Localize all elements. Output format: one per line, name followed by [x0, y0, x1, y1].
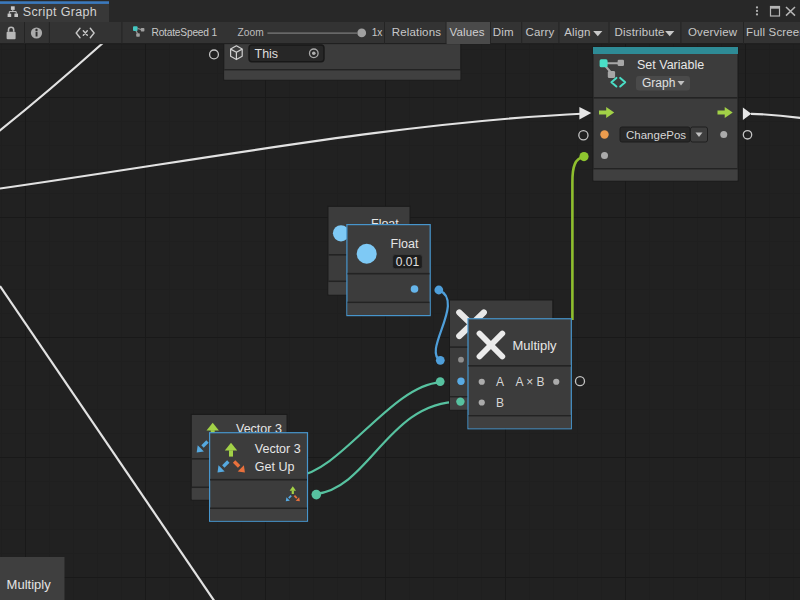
svg-text:RotateSpeed 1: RotateSpeed 1 — [152, 27, 218, 38]
svg-text:Script Graph: Script Graph — [23, 5, 97, 19]
svg-text:Zoom: Zoom — [238, 27, 264, 38]
svg-text:Align: Align — [564, 26, 590, 38]
svg-text:Values: Values — [450, 26, 485, 38]
svg-text:Overview: Overview — [688, 26, 738, 38]
svg-text:B: B — [496, 396, 504, 410]
svg-text:A: A — [496, 375, 504, 389]
svg-text:Full Screen: Full Screen — [746, 26, 800, 38]
svg-text:Distribute: Distribute — [615, 26, 665, 38]
svg-text:1x: 1x — [372, 27, 383, 38]
svg-text:A × B: A × B — [515, 375, 544, 389]
svg-text:Multiply: Multiply — [513, 338, 558, 353]
svg-text:Relations: Relations — [392, 26, 441, 38]
svg-text:Dim: Dim — [493, 26, 514, 38]
svg-text:Float: Float — [391, 237, 419, 251]
svg-text:Get Up: Get Up — [255, 460, 295, 474]
svg-text:0.01: 0.01 — [396, 255, 420, 269]
svg-text:Multiply: Multiply — [7, 577, 52, 592]
svg-text:Set Variable: Set Variable — [637, 58, 704, 72]
svg-text:This: This — [255, 47, 279, 61]
svg-text:Graph: Graph — [642, 76, 675, 90]
svg-text:Vector 3: Vector 3 — [255, 442, 301, 456]
svg-text:Carry: Carry — [526, 26, 555, 38]
svg-text:ChangePos: ChangePos — [626, 129, 686, 141]
